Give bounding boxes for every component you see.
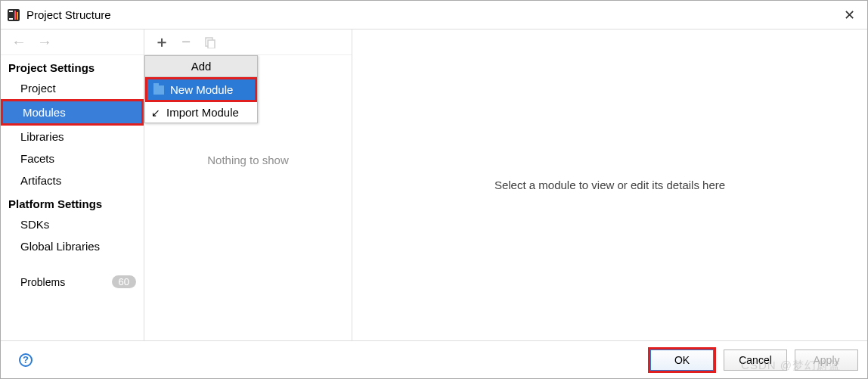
dialog-body: ← → Project Settings Project Modules Lib… bbox=[1, 30, 867, 340]
folder-icon bbox=[153, 85, 164, 95]
close-icon[interactable]: ✕ bbox=[839, 8, 860, 22]
dialog-footer: ? OK Cancel Apply bbox=[1, 340, 867, 378]
menu-item-import-module[interactable]: ↙ Import Module bbox=[145, 102, 257, 123]
modules-list-panel: ＋ − Add New Module ↙ Import Module Nothi… bbox=[144, 30, 352, 340]
back-icon[interactable]: ← bbox=[11, 33, 26, 51]
apply-button: Apply bbox=[795, 349, 858, 371]
sidebar-item-facets[interactable]: Facets bbox=[1, 148, 144, 169]
copy-icon bbox=[203, 36, 217, 49]
svg-rect-4 bbox=[17, 12, 18, 20]
nav-arrows: ← → bbox=[1, 30, 144, 55]
cancel-button[interactable]: Cancel bbox=[724, 349, 787, 371]
new-module-label: New Module bbox=[170, 83, 233, 96]
project-structure-dialog: Project Structure ✕ ← → Project Settings… bbox=[0, 0, 868, 379]
import-icon: ↙ bbox=[151, 107, 160, 119]
svg-rect-6 bbox=[208, 40, 215, 48]
sidebar-item-artifacts[interactable]: Artifacts bbox=[1, 169, 144, 191]
svg-rect-2 bbox=[9, 18, 13, 20]
menu-item-new-module[interactable]: New Module bbox=[145, 77, 257, 102]
sidebar-item-global-libraries[interactable]: Global Libraries bbox=[1, 235, 144, 257]
details-panel: Select a module to view or edit its deta… bbox=[352, 30, 867, 340]
forward-icon[interactable]: → bbox=[37, 33, 52, 51]
svg-rect-3 bbox=[14, 11, 16, 20]
sidebar-item-problems[interactable]: Problems 60 bbox=[1, 271, 144, 293]
help-button[interactable]: ? bbox=[11, 347, 40, 373]
import-module-label: Import Module bbox=[166, 106, 239, 119]
intellij-icon bbox=[7, 8, 20, 22]
sidebar-item-project[interactable]: Project bbox=[1, 77, 144, 99]
help-icon: ? bbox=[19, 353, 33, 367]
add-icon[interactable]: ＋ bbox=[155, 36, 169, 49]
left-sidebar: ← → Project Settings Project Modules Lib… bbox=[1, 30, 144, 340]
ok-button[interactable]: OK bbox=[650, 349, 714, 371]
platform-settings-header: Platform Settings bbox=[1, 191, 144, 213]
modules-toolbar: ＋ − bbox=[144, 30, 352, 55]
add-popup-header: Add bbox=[145, 56, 257, 77]
add-popup: Add New Module ↙ Import Module bbox=[144, 55, 258, 123]
window-title: Project Structure bbox=[26, 8, 839, 21]
project-settings-header: Project Settings bbox=[1, 55, 144, 77]
titlebar: Project Structure ✕ bbox=[1, 1, 867, 30]
sidebar-item-sdks[interactable]: SDKs bbox=[1, 213, 144, 235]
sidebar-item-libraries[interactable]: Libraries bbox=[1, 126, 144, 148]
sidebar-item-modules[interactable]: Modules bbox=[1, 99, 144, 126]
problems-label: Problems bbox=[20, 276, 65, 288]
remove-icon: − bbox=[179, 36, 193, 49]
problems-count-badge: 60 bbox=[112, 275, 136, 288]
svg-rect-1 bbox=[9, 11, 13, 12]
details-placeholder: Select a module to view or edit its deta… bbox=[494, 179, 725, 191]
